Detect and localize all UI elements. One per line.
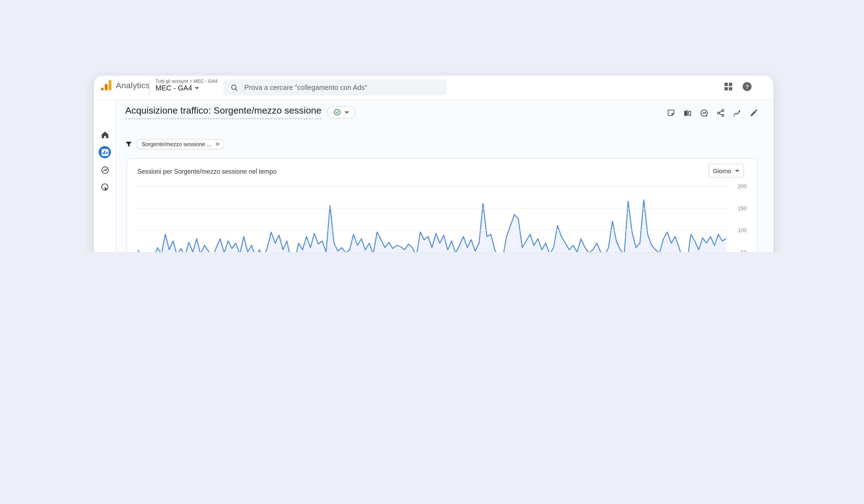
granularity-value: Giorno — [713, 167, 731, 174]
google-analytics-logo-icon — [101, 80, 111, 91]
report-actions — [667, 109, 758, 118]
y-axis-tick: 50 — [729, 249, 746, 252]
close-icon[interactable]: ✕ — [215, 141, 220, 147]
filter-chip[interactable]: Sorgente/mezzo sessione ... ✕ — [136, 139, 224, 149]
analytics-app-window: Analytics Tutti gli account > MEC - GA4 … — [94, 75, 773, 252]
comparison-icon[interactable] — [683, 109, 692, 118]
auto-insights-icon[interactable] — [733, 109, 742, 118]
header-divider — [149, 81, 149, 94]
report-status-pill[interactable] — [327, 106, 356, 119]
y-axis-tick: 100 — [729, 227, 746, 233]
left-nav-rail — [94, 99, 116, 252]
chevron-down-icon — [195, 87, 199, 89]
nav-advertising-button[interactable] — [94, 182, 116, 192]
global-search-input[interactable]: Prova a cercare "collegamento con Ads" — [223, 80, 447, 95]
main-content: Acquisizione traffico: Sorgente/mezzo se… — [116, 99, 773, 252]
insights-icon[interactable] — [700, 109, 708, 118]
y-axis-tick: 200 — [729, 183, 746, 189]
account-switcher[interactable]: Tutti gli account > MEC - GA4 MEC - GA4 — [156, 78, 217, 93]
account-name: MEC - GA4 — [156, 84, 192, 92]
reports-icon — [101, 148, 108, 156]
apps-grid-icon[interactable] — [724, 83, 732, 91]
check-circle-icon — [334, 109, 341, 116]
note-icon[interactable] — [667, 109, 675, 118]
ga4-screenshot: Analytics Tutti gli account > MEC - GA4 … — [0, 0, 864, 252]
y-axis-tick: 150 — [729, 205, 746, 211]
home-icon — [100, 130, 109, 140]
nav-home-button[interactable] — [94, 130, 116, 140]
search-icon — [230, 84, 238, 91]
explore-icon — [100, 165, 109, 175]
chevron-down-icon — [345, 111, 349, 113]
nav-explore-button[interactable] — [94, 165, 116, 175]
filter-chip-label: Sorgente/mezzo sessione ... — [142, 141, 211, 147]
page-title: Acquisizione traffico: Sorgente/mezzo se… — [125, 105, 322, 119]
nav-reports-button-active[interactable] — [94, 146, 116, 158]
help-icon[interactable]: ? — [743, 82, 752, 91]
edit-pencil-icon[interactable] — [749, 109, 758, 118]
analytics-logo[interactable]: Analytics — [101, 80, 150, 91]
search-placeholder: Prova a cercare "collegamento con Ads" — [244, 84, 367, 91]
time-series-chart[interactable] — [138, 186, 726, 252]
advertising-icon — [100, 182, 109, 192]
chevron-down-icon — [735, 170, 740, 172]
filter-funnel-icon — [125, 141, 132, 148]
report-card: Sessioni per Sorgente/mezzo sessione nel… — [126, 158, 758, 252]
granularity-select[interactable]: Giorno — [708, 164, 744, 178]
top-header-bar: Analytics Tutti gli account > MEC - GA4 … — [94, 75, 773, 99]
breadcrumb: Tutti gli account > MEC - GA4 — [156, 78, 217, 84]
share-icon[interactable] — [716, 109, 725, 118]
sessions-line-chart — [138, 186, 726, 252]
chart-title: Sessioni per Sorgente/mezzo sessione nel… — [137, 168, 276, 175]
brand-name: Analytics — [116, 81, 150, 90]
